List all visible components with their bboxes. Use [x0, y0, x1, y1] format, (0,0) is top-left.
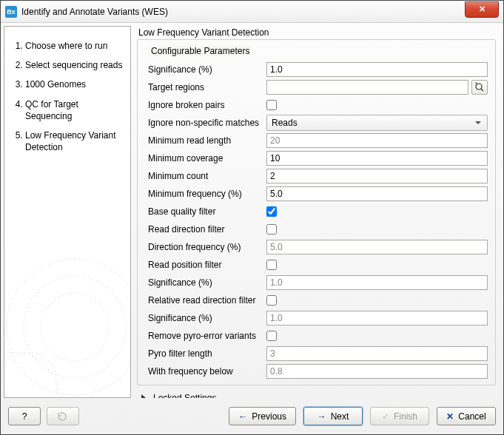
- row-base-quality-filter: Base quality filter: [145, 203, 488, 220]
- row-ignore-nonspecific: Ignore non-specific matches Reads: [145, 114, 488, 132]
- step-label: Choose where to run: [25, 41, 107, 51]
- browse-target-regions-button[interactable]: [471, 80, 488, 95]
- read-position-filter-checkbox[interactable]: [266, 260, 277, 270]
- param-label: Significance (%): [145, 64, 262, 75]
- step-select-reads[interactable]: Select sequencing reads: [25, 59, 123, 71]
- decorative-swirl-icon: [4, 242, 131, 398]
- param-label: Remove pyro-error variants: [145, 331, 262, 341]
- relative-read-direction-checkbox[interactable]: [266, 295, 277, 306]
- param-label: Significance (%): [145, 313, 262, 323]
- row-remove-pyro: Remove pyro-error variants: [145, 327, 488, 345]
- titlebar: Bx Identify and Annotate Variants (WES) …: [1, 1, 503, 23]
- ignore-nonspecific-select[interactable]: Reads: [266, 115, 488, 131]
- svg-line-1: [481, 89, 483, 91]
- window-title: Identify and Annotate Variants (WES): [21, 7, 168, 17]
- cancel-label: Cancel: [458, 411, 485, 422]
- cancel-x-icon: ✕: [446, 411, 454, 422]
- row-min-count: Minimum count: [145, 167, 488, 185]
- step-list: Choose where to run Select sequencing re…: [12, 40, 123, 153]
- base-quality-checkbox[interactable]: [266, 206, 277, 217]
- row-direction-frequency: Direction frequency (%): [145, 238, 488, 256]
- ignore-broken-checkbox[interactable]: [266, 100, 277, 110]
- close-icon: ✕: [479, 4, 485, 14]
- step-label: 1000 Genomes: [25, 79, 86, 90]
- min-read-length-input: [266, 133, 488, 148]
- param-label: With frequency below: [145, 366, 262, 377]
- next-button[interactable]: → Next: [303, 407, 363, 425]
- param-label: Significance (%): [145, 277, 262, 288]
- row-min-coverage: Minimum coverage: [145, 149, 488, 167]
- section-title: Low Frequency Variant Detection: [138, 27, 496, 38]
- browse-icon: [474, 82, 485, 92]
- row-significance-2: Significance (%): [145, 274, 488, 291]
- arrow-left-icon: ←: [238, 411, 247, 422]
- significance-2-input: [266, 275, 488, 290]
- param-label: Minimum frequency (%): [145, 189, 262, 199]
- param-label: Target regions: [145, 82, 262, 92]
- cancel-button[interactable]: ✕ Cancel: [437, 407, 496, 425]
- svg-point-0: [476, 84, 482, 90]
- param-label: Ignore broken pairs: [145, 100, 262, 110]
- reset-button[interactable]: [47, 407, 79, 425]
- row-significance-3: Significance (%): [145, 309, 488, 327]
- step-1000-genomes[interactable]: 1000 Genomes: [25, 78, 123, 90]
- footer-right: ← Previous → Next ✓ Finish ✕ Cancel: [229, 407, 496, 425]
- target-regions-display: [266, 80, 468, 95]
- body: Choose where to run Select sequencing re…: [1, 23, 503, 401]
- min-count-input[interactable]: [266, 169, 488, 183]
- remove-pyro-checkbox[interactable]: [266, 331, 277, 341]
- min-frequency-input[interactable]: [266, 186, 488, 201]
- step-label: Low Frequency Variant Detection: [25, 130, 116, 152]
- param-label: Read position filter: [145, 260, 262, 270]
- significance-1-input[interactable]: [266, 62, 488, 77]
- param-label: Minimum coverage: [145, 153, 262, 163]
- row-with-frequency-below: With frequency below: [145, 362, 488, 380]
- finish-button[interactable]: ✓ Finish: [370, 407, 429, 425]
- locked-settings-label: Locked Settings: [153, 393, 216, 398]
- direction-frequency-input: [266, 240, 488, 254]
- next-label: Next: [331, 411, 349, 422]
- param-label: Pyro filter length: [145, 348, 262, 359]
- min-coverage-input[interactable]: [266, 151, 488, 166]
- select-value: Reads: [272, 118, 298, 128]
- step-label: QC for Target Sequencing: [25, 99, 78, 121]
- locked-settings-toggle[interactable]: Locked Settings: [141, 393, 496, 398]
- wizard-steps-sidebar: Choose where to run Select sequencing re…: [4, 26, 131, 398]
- row-target-regions: Target regions: [145, 78, 488, 96]
- param-label: Direction frequency (%): [145, 242, 262, 252]
- dialog-window: Bx Identify and Annotate Variants (WES) …: [0, 0, 504, 435]
- row-min-frequency: Minimum frequency (%): [145, 185, 488, 203]
- help-button[interactable]: ?: [8, 407, 41, 425]
- row-ignore-broken: Ignore broken pairs: [145, 96, 488, 114]
- read-direction-filter-checkbox[interactable]: [266, 224, 277, 235]
- pyro-filter-length-input: [266, 346, 488, 361]
- footer-bar: ? ← Previous → Next ✓ Finish: [1, 401, 503, 434]
- finish-label: Finish: [394, 411, 417, 422]
- row-pyro-filter-length: Pyro filter length: [145, 345, 488, 362]
- row-min-read-length: Minimum read length: [145, 132, 488, 149]
- param-label: Ignore non-specific matches: [145, 118, 262, 128]
- step-qc-target[interactable]: QC for Target Sequencing: [25, 98, 123, 122]
- configurable-parameters-group: Configurable Parameters Significance (%)…: [137, 39, 496, 385]
- param-label: Minimum count: [145, 171, 262, 181]
- step-choose-where[interactable]: Choose where to run: [25, 40, 123, 52]
- row-significance-1: Significance (%): [145, 61, 488, 78]
- close-button[interactable]: ✕: [465, 1, 499, 18]
- check-icon: ✓: [382, 411, 389, 422]
- with-frequency-below-input: [266, 364, 488, 379]
- param-label: Read direction filter: [145, 224, 262, 235]
- param-label: Base quality filter: [145, 206, 262, 217]
- param-label: Relative read direction filter: [145, 295, 262, 306]
- group-title: Configurable Parameters: [148, 46, 252, 56]
- step-label: Select sequencing reads: [25, 60, 122, 70]
- row-relative-read-direction-filter: Relative read direction filter: [145, 291, 488, 309]
- significance-3-input: [266, 311, 488, 326]
- help-label: ?: [22, 411, 27, 422]
- row-read-position-filter: Read position filter: [145, 256, 488, 274]
- step-low-freq-variant[interactable]: Low Frequency Variant Detection: [25, 129, 123, 153]
- app-icon: Bx: [5, 6, 17, 18]
- expand-triangle-icon: [141, 394, 146, 398]
- main-panel: Low Frequency Variant Detection Configur…: [131, 26, 500, 398]
- reset-icon: [57, 411, 69, 422]
- previous-button[interactable]: ← Previous: [229, 407, 296, 425]
